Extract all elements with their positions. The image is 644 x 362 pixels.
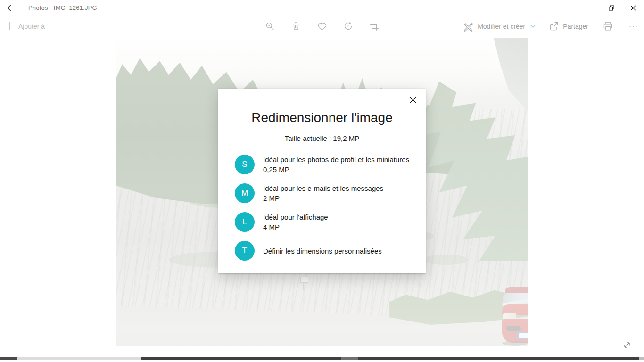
zoom-button[interactable] [264, 21, 275, 32]
dialog-current-size: Taille actuelle : 19,2 MP [218, 134, 426, 142]
toolbar-right: Modifier et créer Partager ... [463, 16, 639, 37]
option-label: Idéal pour les e-mails et les messages [263, 183, 383, 193]
option-label: Idéal pour l'affichage [263, 212, 328, 222]
close-icon [630, 5, 636, 11]
resize-option-custom[interactable]: T Définir les dimensions personnalisées [235, 241, 426, 261]
window-controls [579, 0, 644, 16]
plus-icon [6, 22, 14, 30]
restore-icon [609, 5, 614, 11]
favorite-button[interactable] [317, 21, 327, 32]
resize-option-medium[interactable]: M Idéal pour les e-mails et les messages… [235, 183, 426, 203]
add-to-label: Ajouter à [18, 23, 45, 30]
rotate-button[interactable] [343, 21, 354, 32]
minimize-icon [587, 5, 593, 10]
restore-button[interactable] [601, 0, 622, 16]
add-to-button[interactable]: Ajouter à [6, 16, 45, 37]
titlebar: Photos - IMG_1261.JPG [0, 0, 644, 16]
size-badge-l: L [235, 212, 255, 232]
option-label: Définir les dimensions personnalisées [263, 246, 382, 256]
edit-create-button[interactable]: Modifier et créer [463, 21, 536, 32]
crop-icon [370, 22, 379, 31]
option-size: 0,25 MP [263, 165, 409, 174]
back-button[interactable] [0, 0, 22, 16]
size-badge-m: M [235, 183, 255, 203]
expand-fullscreen-button[interactable] [622, 340, 633, 351]
option-label: Idéal pour les photos de profil et les m… [263, 155, 409, 165]
rotate-icon [343, 21, 353, 31]
dialog-close-icon [409, 96, 417, 104]
resize-dialog: Redimensionner l'image Taille actuelle :… [218, 89, 426, 273]
back-icon [7, 4, 15, 12]
more-icon: ... [629, 20, 638, 28]
toolbar: Ajouter à [0, 16, 644, 37]
option-size: 2 MP [263, 193, 383, 203]
edit-create-icon [463, 21, 473, 32]
edit-create-label: Modifier et créer [478, 23, 525, 30]
chevron-down-icon [530, 25, 536, 28]
print-icon [603, 21, 613, 31]
resize-option-small[interactable]: S Idéal pour les photos de profil et les… [235, 155, 426, 174]
toolbar-center-icons [264, 16, 380, 37]
resize-option-large[interactable]: L Idéal pour l'affichage 4 MP [235, 212, 426, 232]
crop-button[interactable] [369, 21, 380, 32]
favorite-icon [317, 22, 327, 31]
more-button[interactable]: ... [628, 22, 639, 31]
size-badge-t: T [235, 241, 255, 261]
size-badge-s: S [235, 155, 255, 174]
resize-options: S Idéal pour les photos de profil et les… [235, 155, 426, 261]
zoom-icon [265, 21, 275, 31]
window-title: Photos - IMG_1261.JPG [28, 4, 97, 11]
share-icon [549, 22, 559, 31]
dialog-close-button[interactable] [406, 93, 420, 107]
delete-icon [291, 21, 301, 31]
share-button[interactable]: Partager [549, 22, 588, 31]
filmstrip-edge [0, 357, 644, 360]
delete-button[interactable] [291, 21, 301, 32]
minimize-button[interactable] [579, 0, 601, 16]
dialog-title: Redimensionner l'image [218, 109, 426, 126]
share-label: Partager [563, 23, 588, 30]
option-size: 4 MP [263, 222, 328, 232]
close-button[interactable] [622, 0, 644, 16]
print-button[interactable] [603, 21, 613, 32]
expand-icon [622, 340, 633, 350]
